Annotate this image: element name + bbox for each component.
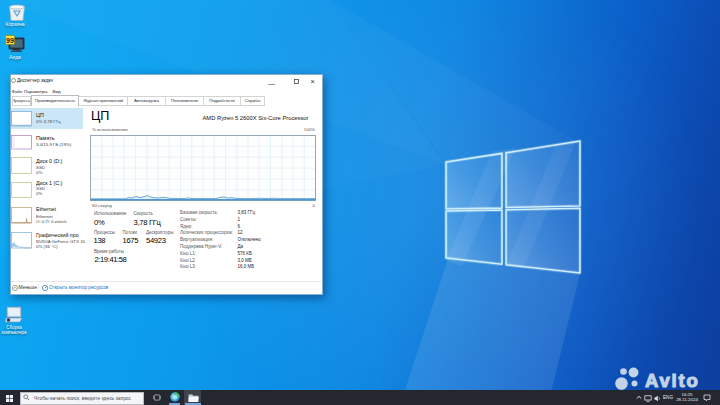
- svg-text:99: 99: [6, 37, 14, 44]
- svg-text:Avito: Avito: [645, 370, 700, 391]
